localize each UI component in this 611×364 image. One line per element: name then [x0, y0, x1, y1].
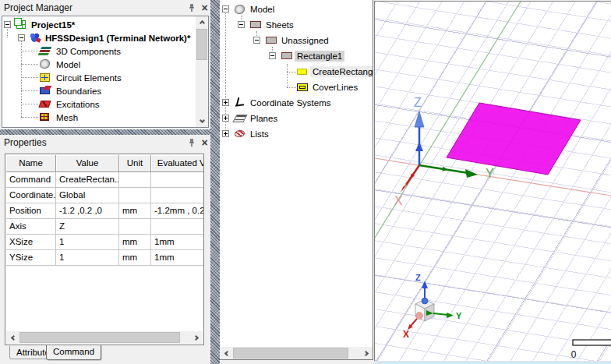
property-name-cell: YSize: [6, 250, 56, 266]
nav-z-label: Z: [415, 273, 421, 282]
property-evaluated-cell: 1mm: [151, 235, 204, 250]
tree-item-mesh[interactable]: Mesh: [2, 111, 197, 124]
property-value-cell[interactable]: Z: [56, 219, 119, 235]
panel-splitter[interactable]: [0, 129, 210, 135]
x-axis-label: X: [394, 194, 403, 207]
tree-item-coordinate-systems[interactable]: Coordinate Systems: [220, 95, 373, 111]
tree-item-lists[interactable]: Lists: [220, 126, 373, 142]
column-header[interactable]: Name: [6, 155, 56, 172]
collapse-icon[interactable]: [238, 21, 245, 28]
expand-icon[interactable]: [222, 99, 229, 106]
tree-item-label: HFSSDesign1 (Terminal Network)*: [43, 33, 192, 44]
tree-item-model[interactable]: Model: [2, 58, 197, 71]
y-axis-arrow-icon: [465, 169, 478, 178]
tree-item-label: CreateRectangle: [310, 66, 373, 77]
project-manager-panel: Project Manager × Project15* HFSSDesign1…: [0, 0, 210, 129]
collapse-icon[interactable]: [269, 52, 276, 59]
scrollbar-thumb[interactable]: [19, 332, 180, 343]
nav-x-label: X: [403, 329, 409, 340]
tree-item-3d-components[interactable]: 3D Components: [2, 44, 197, 58]
y-axis-label: Y: [486, 167, 494, 180]
rectangle1-sheet[interactable]: [447, 103, 581, 175]
property-unit-cell[interactable]: [119, 172, 151, 188]
3d-viewport[interactable]: Z Y X Z Y X 0: [375, 2, 611, 361]
column-header[interactable]: Evaluated Va: [151, 155, 204, 172]
scroll-left-button[interactable]: [6, 331, 19, 344]
tab-label: Command: [53, 347, 94, 356]
scrollbar-thumb[interactable]: [233, 348, 348, 359]
vertical-scrollbar[interactable]: [196, 16, 208, 127]
tree-item-create-rectangle[interactable]: CreateRectangle: [220, 64, 373, 80]
boundaries-icon: [40, 87, 50, 94]
pin-icon[interactable]: [185, 2, 197, 13]
property-unit-cell[interactable]: [119, 219, 151, 235]
tree-item-label: Boundaries: [54, 86, 104, 97]
property-unit-cell[interactable]: mm: [119, 235, 151, 250]
horizontal-scrollbar[interactable]: [6, 331, 203, 344]
property-evaluated-cell: [151, 188, 204, 203]
properties-titlebar: Properties: [0, 135, 210, 150]
tree-item-sheets[interactable]: Sheets: [220, 17, 373, 33]
dock-splitter[interactable]: [210, 0, 220, 364]
project-icon: [16, 20, 26, 29]
tree-item-project[interactable]: Project15*: [2, 18, 197, 31]
tree-item-excitations[interactable]: Excitations: [2, 97, 197, 111]
tree-item-unassigned[interactable]: Unassigned: [220, 33, 373, 48]
tree-item-rectangle1[interactable]: Rectangle1: [220, 48, 373, 64]
collapse-icon[interactable]: [222, 5, 229, 12]
tab-command[interactable]: Command: [46, 345, 101, 360]
scroll-up-button[interactable]: [196, 16, 208, 28]
property-name-cell: Position: [6, 203, 56, 219]
pin-icon[interactable]: [185, 137, 197, 148]
project-manager-titlebar: Project Manager: [0, 0, 210, 16]
coverlines-icon: [297, 83, 308, 91]
scale-ruler-label: 0: [571, 349, 577, 360]
nav-y-arrow-icon: [447, 313, 454, 318]
scroll-down-button[interactable]: [196, 115, 208, 127]
property-evaluated-cell: [151, 172, 204, 188]
x-axis-arrow-icon: [401, 183, 408, 193]
horizontal-scrollbar[interactable]: [220, 347, 373, 359]
tree-item-planes[interactable]: Planes: [220, 111, 373, 126]
model-tree-panel: Model Sheets Unassigned Rectangle1 Creat…: [220, 0, 373, 360]
property-value-cell[interactable]: Global: [56, 188, 119, 203]
property-value-cell[interactable]: 1: [56, 235, 119, 250]
column-header[interactable]: Value: [56, 155, 119, 172]
lists-icon: [234, 129, 245, 138]
project-tree: Project15* HFSSDesign1 (Terminal Network…: [2, 16, 209, 128]
components-3d-icon: [38, 47, 52, 55]
expand-icon[interactable]: [222, 115, 229, 122]
property-name-cell: Coordinate...: [6, 188, 56, 203]
tree-item-coverlines[interactable]: CoverLines: [220, 80, 373, 95]
property-unit-cell[interactable]: [119, 188, 151, 203]
property-unit-cell[interactable]: mm: [119, 203, 151, 219]
scrollbar-thumb[interactable]: [196, 29, 207, 60]
tree-item-design[interactable]: HFSSDesign1 (Terminal Network)*: [2, 31, 197, 44]
column-header[interactable]: Unit: [119, 155, 151, 172]
property-value-cell[interactable]: 1: [56, 250, 119, 266]
scroll-right-button[interactable]: [190, 331, 203, 344]
nav-x-axis: [411, 319, 417, 326]
close-icon[interactable]: ×: [199, 137, 210, 148]
tree-item-circuit-elements[interactable]: Circuit Elements: [2, 71, 197, 84]
scroll-left-button[interactable]: [220, 347, 232, 359]
property-name-cell: Command: [6, 172, 56, 188]
property-name-cell: Axis: [6, 219, 56, 235]
tree-item-boundaries[interactable]: Boundaries: [2, 84, 197, 97]
property-value-cell[interactable]: -1.2 ,0.2 ,0: [56, 203, 119, 219]
property-evaluated-cell: -1.2mm , 0.2m: [151, 203, 204, 219]
collapse-icon[interactable]: [18, 34, 25, 41]
scroll-right-button[interactable]: [360, 347, 373, 359]
nav-cube[interactable]: Z Y X: [403, 273, 462, 340]
property-unit-cell[interactable]: mm: [119, 250, 151, 266]
nav-z-sphere-icon: [422, 298, 428, 304]
properties-title: Properties: [4, 137, 47, 148]
collapse-icon[interactable]: [4, 21, 11, 28]
model-icon: [235, 5, 245, 14]
tree-item-model[interactable]: Model: [220, 2, 373, 17]
collapse-icon[interactable]: [253, 37, 260, 44]
close-icon[interactable]: ×: [199, 2, 210, 13]
expand-icon[interactable]: [222, 130, 229, 137]
property-value-cell[interactable]: CreateRectan...: [56, 172, 119, 188]
tree-item-label: Model: [54, 59, 83, 70]
